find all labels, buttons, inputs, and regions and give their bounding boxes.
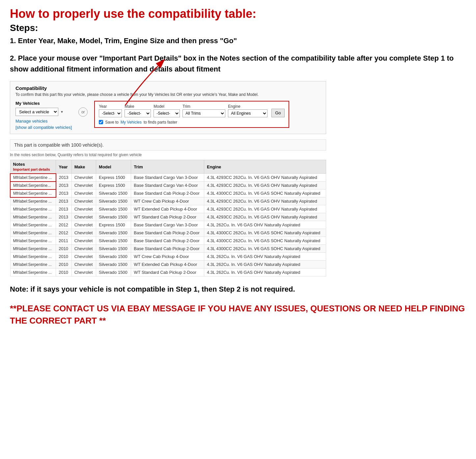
notes-cell: Mfrlabel:Serpentine ... [10, 261, 56, 269]
year-cell: 2012 [56, 221, 72, 229]
make-cell: Chevrolet [71, 237, 96, 245]
year-cell: 2011 [56, 237, 72, 245]
compatible-count-bar: This part is compatible with 1000 vehicl… [10, 139, 326, 151]
model-cell: Silverado 1500 [96, 213, 131, 221]
engine-cell: 4.3L 4300CC 262Cu. In. V6 GAS SOHC Natur… [204, 237, 326, 245]
step1-text: 1. Enter Year, Make, Model, Trim, Engine… [10, 36, 466, 46]
save-suffix: to finds parts faster [144, 120, 177, 125]
compatibility-table: Notes Important part details Year Make M… [10, 160, 326, 277]
model-select[interactable]: -Select- [154, 109, 180, 117]
model-cell: Silverado 1500 [96, 205, 131, 213]
contact-block: **PLEASE CONTACT US VIA EBAY MESSAGE IF … [10, 302, 466, 327]
table-row: Mfrlabel:Serpentine ... 2011 Chevrolet S… [10, 237, 326, 245]
dropdown-arrow-icon: ▼ [60, 110, 64, 114]
compat-title: Compatibility [15, 85, 321, 91]
col-trim: Trim [131, 160, 204, 174]
trim-cell: WT Crew Cab Pickup 4-Door [131, 197, 204, 205]
engine-cell: 4.3L 4293CC 262Cu. In. V6 GAS OHV Natura… [204, 205, 326, 213]
make-select[interactable]: -Select- [125, 109, 151, 117]
engine-cell: 4.3L 4293CC 262Cu. In. V6 GAS OHV Natura… [204, 213, 326, 221]
notes-cell: Mfrlabel:Serpentine ... [10, 174, 56, 182]
make-cell: Chevrolet [71, 197, 96, 205]
my-vehicles-link[interactable]: My Vehicles [121, 120, 142, 125]
table-row: Mfrlabel:Serpentine ... 2013 Chevrolet S… [10, 205, 326, 213]
vehicle-select[interactable]: Select a vehicle [15, 108, 58, 116]
model-cell: Express 1500 [96, 221, 131, 229]
year-cell: 2013 [56, 205, 72, 213]
ymm-section: Year -Select- Make -Select- [94, 101, 289, 128]
notes-cell: Mfrlabel:Serpentine ... [10, 197, 56, 205]
year-cell: 2012 [56, 229, 72, 237]
model-cell: Silverado 1500 [96, 229, 131, 237]
make-cell: Chevrolet [71, 269, 96, 276]
engine-cell: 4.3L 4300CC 262Cu. In. V6 GAS SOHC Natur… [204, 229, 326, 237]
make-cell: Chevrolet [71, 221, 96, 229]
engine-cell: 4.3L 262Cu. In. V6 GAS OHV Naturally Asp… [204, 261, 326, 269]
make-label: Make [125, 104, 151, 109]
year-cell: 2010 [56, 245, 72, 253]
engine-select[interactable]: All Engines [228, 109, 267, 117]
notes-cell: Mfrlabel:Serpentine ... [10, 237, 56, 245]
table-row: Mfrlabel:Serpentine ... 2013 Chevrolet S… [10, 189, 326, 197]
make-cell: Chevrolet [71, 261, 96, 269]
contact-text: **PLEASE CONTACT US VIA EBAY MESSAGE IF … [10, 302, 466, 327]
main-title: How to properly use the compatibility ta… [10, 7, 466, 21]
year-cell: 2013 [56, 182, 72, 189]
year-cell: 2013 [56, 189, 72, 197]
notes-cell: Mfrlabel:Serpentine ... [10, 269, 56, 276]
notes-cell: Mfrlabel:Serpentine... [10, 182, 56, 189]
trim-cell: Base Standard Cargo Van 3-Door [131, 221, 204, 229]
notes-cell: Mfrlabel:Serpentine ... [10, 253, 56, 261]
col-make: Make [71, 160, 96, 174]
trim-cell: Base Standard Cab Pickup 2-Door [131, 229, 204, 237]
make-cell: Chevrolet [71, 174, 96, 182]
make-cell: Chevrolet [71, 182, 96, 189]
make-cell: Chevrolet [71, 205, 96, 213]
table-row: Mfrlabel:Serpentine ... 2013 Chevrolet S… [10, 197, 326, 205]
compatibility-section: Compatibility To confirm that this part … [10, 81, 326, 134]
model-cell: Express 1500 [96, 182, 131, 189]
show-all-link[interactable]: [show all compatible vehicles] [15, 125, 72, 130]
col-engine: Engine [204, 160, 326, 174]
steps-heading: Steps: [10, 23, 466, 33]
model-cell: Silverado 1500 [96, 189, 131, 197]
trim-cell: WT Standard Cab Pickup 2-Door [131, 213, 204, 221]
model-cell: Silverado 1500 [96, 237, 131, 245]
go-button[interactable]: Go [271, 109, 284, 117]
notes-header: Notes [13, 162, 25, 167]
notes-cell: Mfrlabel:Serpentine ... [10, 213, 56, 221]
engine-cell: 4.3L 4293CC 262Cu. In. V6 GAS OHV Natura… [204, 174, 326, 182]
save-text: Save to [105, 120, 119, 125]
notes-cell: Mfrlabel:Serpentine ... [10, 221, 56, 229]
my-vehicles-section: My Vehicles Select a vehicle ▼ Manage ve… [15, 101, 72, 130]
engine-cell: 4.3L 4300CC 262Cu. In. V6 GAS SOHC Natur… [204, 245, 326, 253]
year-select[interactable]: -Select- [99, 109, 122, 117]
step2-text: 2. Place your mouse over "Important Part… [10, 53, 466, 74]
model-label: Model [154, 104, 180, 109]
trim-cell: WT Standard Cab Pickup 2-Door [131, 269, 204, 276]
year-field: Year -Select- [99, 104, 122, 117]
save-checkbox[interactable] [99, 120, 103, 124]
model-cell: Silverado 1500 [96, 253, 131, 261]
trim-cell: Base Standard Cab Pickup 2-Door [131, 189, 204, 197]
trim-select[interactable]: All Trims [182, 109, 225, 117]
trim-cell: Base Standard Cab Pickup 2-Door [131, 237, 204, 245]
trim-cell: Base Standard Cab Pickup 2-Door [131, 245, 204, 253]
year-cell: 2010 [56, 253, 72, 261]
table-row: Mfrlabel:Serpentine... 2013 Chevrolet Ex… [10, 182, 326, 189]
or-divider: or [78, 107, 88, 117]
table-row: Mfrlabel:Serpentine ... 2010 Chevrolet S… [10, 261, 326, 269]
trim-cell: WT Extended Cab Pickup 4-Door [131, 261, 204, 269]
my-vehicles-label: My Vehicles [15, 101, 72, 106]
col-notes: Notes Important part details [10, 160, 56, 174]
trim-cell: WT Crew Cab Pickup 4-Door [131, 253, 204, 261]
year-cell: 2013 [56, 174, 72, 182]
manage-vehicles-link[interactable]: Manage vehicles [15, 119, 72, 124]
compat-subtitle: To confirm that this part fits your vehi… [15, 92, 321, 97]
model-cell: Silverado 1500 [96, 245, 131, 253]
trim-cell: Base Standard Cargo Van 4-Door [131, 182, 204, 189]
year-cell: 2013 [56, 197, 72, 205]
engine-cell: 4.3L 262Cu. In. V6 GAS OHV Naturally Asp… [204, 253, 326, 261]
model-cell: Express 1500 [96, 174, 131, 182]
engine-cell: 4.3L 4293CC 262Cu. In. V6 GAS OHV Natura… [204, 197, 326, 205]
